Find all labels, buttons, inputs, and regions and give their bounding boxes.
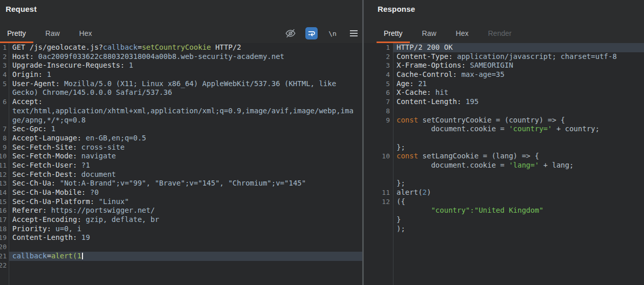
- tab-response-hex[interactable]: Hex: [449, 25, 476, 43]
- code-line-text: GET /js/geolocate.js?callback=setCountry…: [9, 43, 362, 52]
- code-row: 5User-Agent: Mozilla/5.0 (X11; Linux x86…: [0, 79, 362, 89]
- current-line-row: 1HTTP/2 200 OK: [364, 43, 644, 52]
- code-line-text: "country":"United Kingdom": [393, 206, 644, 215]
- code-row: 14Sec-Ch-Ua-Mobile: ?0: [0, 188, 362, 197]
- line-number: 12: [0, 170, 9, 179]
- code-line-text: Content-Length: 195: [393, 97, 644, 107]
- code-row: 7Content-Length: 195: [364, 97, 644, 107]
- code-line-text: };: [393, 143, 644, 152]
- editor-menu-icon[interactable]: [347, 27, 360, 39]
- line-number: [364, 179, 393, 188]
- tab-request-hex[interactable]: Hex: [72, 25, 99, 43]
- current-line-row: 21callback=alert(1: [0, 252, 362, 261]
- line-number: [364, 125, 393, 134]
- response-title: Response: [378, 5, 415, 13]
- code-row: 15Sec-Ch-Ua-Platform: "Linux": [0, 197, 362, 207]
- line-number: 4: [0, 70, 9, 79]
- line-number: [364, 225, 393, 234]
- code-line-text: [393, 134, 644, 143]
- line-number: [364, 206, 393, 215]
- code-row: 16Referer: https://portswigger.net/: [0, 206, 362, 215]
- code-line-text: const setLangCookie = (lang) => {: [393, 152, 644, 161]
- code-row: 17Accept-Encoding: gzip, deflate, br: [0, 215, 362, 225]
- show-newlines-icon[interactable]: \n: [326, 27, 339, 39]
- code-line-text: Sec-Fetch-Site: cross-site: [9, 143, 362, 152]
- tab-response-raw[interactable]: Raw: [415, 25, 444, 43]
- line-number: [0, 107, 9, 116]
- line-number: 2: [364, 52, 393, 62]
- line-number: 9: [0, 143, 9, 152]
- tab-request-pretty[interactable]: Pretty: [0, 25, 33, 43]
- request-tab-bar: Pretty Raw Hex: [0, 25, 105, 43]
- line-number: 6: [364, 88, 393, 97]
- code-row: [364, 134, 644, 143]
- request-editor[interactable]: 1GET /js/geolocate.js?callback=setCountr…: [0, 43, 362, 285]
- line-number: 22: [0, 261, 9, 270]
- code-row: 12Sec-Fetch-Dest: document: [0, 170, 362, 179]
- line-number: 2: [0, 52, 9, 62]
- line-number: 11: [364, 188, 393, 197]
- line-number: 6: [0, 97, 9, 107]
- code-row: 2Content-Type: application/javascript; c…: [364, 52, 644, 62]
- code-line-text: Gecko) Chrome/145.0.0.0 Safari/537.36: [9, 88, 362, 97]
- code-row: 9Sec-Fetch-Site: cross-site: [0, 143, 362, 152]
- line-number: 8: [0, 134, 9, 143]
- word-wrap-icon[interactable]: [305, 27, 318, 39]
- visibility-off-icon[interactable]: [284, 27, 297, 39]
- code-line-text: };: [393, 179, 644, 188]
- code-row: 12({: [364, 197, 644, 207]
- code-line-text: ({: [393, 197, 644, 207]
- code-line-text: Priority: u=0, i: [9, 225, 362, 234]
- code-row: 8Accept-Language: en-GB,en;q=0.5: [0, 134, 362, 143]
- code-row: 13Sec-Ch-Ua: "Not:A-Brand";v="99", "Brav…: [0, 179, 362, 188]
- response-editor[interactable]: 1HTTP/2 200 OK2Content-Type: application…: [364, 43, 644, 285]
- code-line-text: alert(2): [393, 188, 644, 197]
- code-row: 10Sec-Fetch-Mode: navigate: [0, 152, 362, 161]
- code-row: 5Age: 21: [364, 79, 644, 89]
- code-line-text: ge/apng,*/*;q=0.8: [9, 116, 362, 125]
- line-number: 17: [0, 215, 9, 225]
- request-header: Request Pretty Raw Hex: [0, 0, 362, 43]
- code-line-text: callback=alert(1: [9, 252, 362, 261]
- code-line-text: Sec-Ch-Ua-Platform: "Linux": [9, 197, 362, 207]
- code-row: 11Sec-Fetch-User: ?1: [0, 161, 362, 170]
- line-number: [364, 215, 393, 225]
- line-number: 9: [364, 116, 393, 125]
- line-number: 5: [0, 79, 9, 89]
- tab-request-raw[interactable]: Raw: [38, 25, 67, 43]
- line-number: [364, 143, 393, 152]
- request-title: Request: [6, 5, 37, 13]
- code-line-text: Sec-Ch-Ua-Mobile: ?0: [9, 188, 362, 197]
- code-row: };: [364, 179, 644, 188]
- code-line-text: Sec-Ch-Ua: "Not:A-Brand";v="99", "Brave"…: [9, 179, 362, 188]
- code-line-text: [9, 261, 362, 270]
- code-line-text: );: [393, 225, 644, 234]
- line-number: 21: [0, 252, 9, 261]
- code-line-text: }: [393, 215, 644, 225]
- code-line-text: Host: 0ac2009f033622c880320318004a00b8.w…: [9, 52, 362, 62]
- code-line-text: Accept:: [9, 97, 362, 107]
- line-number: [364, 134, 393, 143]
- code-row: 22: [0, 261, 362, 270]
- line-number: 10: [364, 152, 393, 161]
- code-row: 8: [364, 107, 644, 116]
- line-number: 10: [0, 152, 9, 161]
- line-number: 16: [0, 206, 9, 215]
- code-row: document.cookie = 'lang=' + lang;: [364, 161, 644, 170]
- code-row: 4Origin: 1: [0, 70, 362, 79]
- code-line-text: Accept-Language: en-GB,en;q=0.5: [9, 134, 362, 143]
- code-row: };: [364, 143, 644, 152]
- request-panel: Request Pretty Raw Hex: [0, 0, 362, 285]
- code-row: Gecko) Chrome/145.0.0.0 Safari/537.36: [0, 88, 362, 97]
- tab-response-pretty[interactable]: Pretty: [377, 25, 410, 43]
- code-line-text: Cache-Control: max-age=35: [393, 70, 644, 79]
- line-number: [0, 88, 9, 97]
- code-line-text: const setCountryCookie = (country) => {: [393, 116, 644, 125]
- response-header: Response Pretty Raw Hex Render: [364, 0, 644, 43]
- code-row: 9const setCountryCookie = (country) => {: [364, 116, 644, 125]
- code-row: 6Accept:: [0, 97, 362, 107]
- code-row: 11alert(2): [364, 188, 644, 197]
- code-row: 2Host: 0ac2009f033622c880320318004a00b8.…: [0, 52, 362, 62]
- code-row: 20: [0, 242, 362, 252]
- code-line-text: Age: 21: [393, 79, 644, 89]
